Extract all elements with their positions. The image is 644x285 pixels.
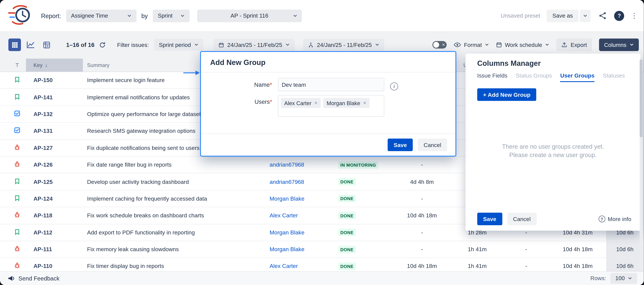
chart-view-button[interactable] [24, 38, 37, 51]
time-cell-1: 10d 4h 18m [393, 263, 451, 270]
users-label: Users* [210, 95, 272, 108]
tab-issue-fields[interactable]: Issue Fields [477, 72, 507, 82]
save-as-menu-button[interactable] [580, 10, 591, 22]
refresh-button[interactable] [97, 39, 108, 50]
issue-type-cell [8, 76, 26, 84]
assignee-link[interactable]: Alex Carter [270, 212, 298, 219]
rows-label: Rows: [590, 275, 606, 282]
panel-cancel-button[interactable]: Cancel [507, 213, 536, 225]
empty-state-text: There are no user groups created yet. Pl… [466, 143, 640, 159]
work-schedule-dropdown[interactable]: Work schedule [496, 42, 550, 48]
issue-type-cell [8, 93, 26, 101]
issue-key[interactable]: AP-150 [26, 77, 83, 84]
col-header-type[interactable]: T [8, 62, 26, 68]
tab-status-groups[interactable]: Status Groups [516, 72, 552, 82]
assignee-link[interactable]: Morgan Blake [270, 229, 304, 236]
time-cell-2: 1h 41m [451, 246, 503, 252]
modal-save-button[interactable]: Save [388, 139, 413, 151]
issue-key[interactable]: AP-141 [26, 94, 83, 100]
add-new-group-button[interactable]: + Add New Group [477, 88, 536, 101]
share-button[interactable] [597, 10, 608, 21]
export-button[interactable]: Export [556, 38, 592, 51]
col-header-key[interactable]: Key ↓ [26, 58, 83, 72]
chevron-down-icon [583, 14, 588, 18]
chevron-down-icon [485, 43, 489, 47]
format-dropdown[interactable]: Format [454, 42, 489, 48]
modal-body: Name* i Users* Alex Carter × Morgan Blak… [201, 72, 456, 134]
story-icon [14, 76, 20, 84]
issue-key[interactable]: AP-125 [26, 178, 83, 185]
issue-key[interactable]: AP-124 [26, 196, 83, 202]
app-window: Report: Assignee Time by Sprint AP - Spr… [0, 0, 644, 285]
send-feedback-button[interactable]: Send Feedback [8, 275, 60, 282]
more-menu-button[interactable]: ⋮ [630, 12, 636, 20]
issue-key[interactable]: AP-126 [26, 162, 83, 168]
filter-preset-dropdown[interactable]: Sprint period [154, 39, 204, 51]
users-multiselect[interactable]: Alex Carter × Morgan Blake × [278, 95, 384, 117]
assignee-link[interactable]: andrian67968 [270, 178, 304, 185]
tab-user-groups[interactable]: User Groups [560, 72, 594, 82]
chevron-down-icon [180, 14, 184, 18]
status-badge: IN MONITORING [338, 161, 378, 168]
pivot-view-button[interactable] [40, 38, 53, 51]
chevron-down-icon [630, 43, 634, 47]
group-by-dropdown[interactable]: Sprint [153, 10, 190, 22]
line-chart-icon [26, 41, 35, 48]
sprint-dropdown[interactable]: AP - Sprint 116 [197, 10, 302, 22]
assignee-cell: Morgan Blake [263, 229, 326, 236]
user-chip[interactable]: Alex Carter × [281, 98, 321, 108]
group-name-input[interactable] [278, 78, 384, 91]
issue-key[interactable]: AP-132 [26, 111, 83, 117]
assignee-link[interactable]: Morgan Blake [270, 196, 304, 202]
refresh-icon [99, 42, 106, 48]
report-type-value: Assignee Time [71, 12, 108, 19]
info-icon[interactable]: i [390, 82, 398, 90]
tab-statuses[interactable]: Statuses [603, 72, 625, 82]
issue-key[interactable]: AP-110 [26, 263, 83, 270]
time-cell-1: 4d 4h 8m [393, 178, 451, 185]
grid-icon [12, 42, 18, 48]
more-info-link[interactable]: ? More info [598, 216, 631, 222]
empty-columns-toggle[interactable]: ✕ [432, 41, 447, 48]
remove-user-icon[interactable]: × [314, 100, 318, 106]
issue-key[interactable]: AP-111 [26, 246, 83, 252]
issue-type-cell [8, 178, 26, 186]
calendar-icon [496, 42, 502, 48]
story-icon [14, 194, 20, 202]
vertical-scrollbar [640, 60, 643, 270]
assignee-link[interactable]: Alex Carter [270, 263, 298, 270]
panel-save-button[interactable]: Save [477, 213, 502, 225]
compare-range-dropdown[interactable]: 24/Jan/25 - 11/Feb/25 [303, 39, 384, 51]
columns-label: Columns [604, 42, 626, 48]
date-range-dropdown[interactable]: 24/Jan/25 - 11/Feb/25 [214, 39, 295, 51]
task-icon [14, 110, 20, 118]
modal-cancel-button[interactable]: Cancel [418, 139, 447, 151]
columns-manager-title: Columns Manager [466, 54, 640, 68]
help-button[interactable]: ? [614, 11, 624, 21]
assignee-link[interactable]: andrian67968 [270, 162, 304, 168]
footer-bar: Send Feedback Rows: 100 [0, 271, 644, 285]
assignee-cell: Morgan Blake [263, 196, 326, 202]
scrollbar-thumb[interactable] [640, 60, 643, 137]
remove-user-icon[interactable]: × [363, 100, 366, 106]
rows-per-page-dropdown[interactable]: 100 [610, 273, 637, 284]
issue-summary: Fix work schedule breaks on dashboard ch… [83, 212, 263, 219]
share-icon [598, 12, 607, 20]
save-as-button[interactable]: Save as [546, 10, 579, 22]
drag-hint-arrow-icon [183, 70, 200, 78]
report-type-dropdown[interactable]: Assignee Time [66, 10, 136, 22]
calendar-icon [218, 42, 224, 48]
assignee-link[interactable]: Morgan Blake [270, 246, 304, 252]
issue-key[interactable]: AP-127 [26, 145, 83, 151]
table-row[interactable]: AP-111 Fix memory leak causing slowdowns… [0, 241, 644, 258]
columns-button[interactable]: Columns [599, 38, 639, 51]
issue-key[interactable]: AP-118 [26, 212, 83, 219]
bug-icon [14, 245, 20, 253]
table-row[interactable]: AP-110 Fix timer display bug in reports … [0, 258, 644, 271]
issue-key[interactable]: AP-112 [26, 229, 83, 236]
modal-footer: Save Cancel [201, 134, 456, 156]
grid-view-button[interactable] [8, 38, 21, 51]
issue-key[interactable]: AP-131 [26, 128, 83, 134]
add-new-group-modal: Add New Group Name* i Users* Alex Carter… [200, 51, 456, 156]
user-chip[interactable]: Morgan Blake × [323, 98, 370, 108]
